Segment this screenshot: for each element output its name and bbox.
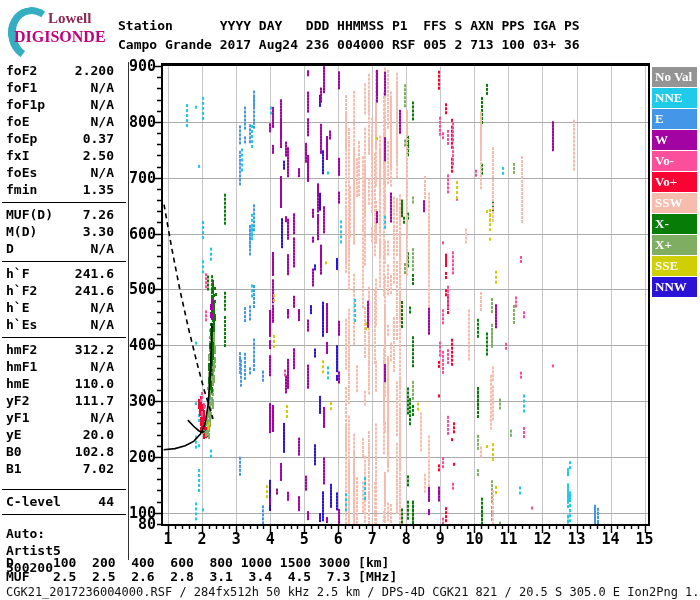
param-row-foep: foEp0.37 (2, 130, 126, 147)
legend-item-noval: No Val (652, 67, 697, 87)
x-tick-label-10: 10 (460, 531, 488, 547)
header-measurement-table: StationCampo GrandeYYYY2017DAYAug24DDD23… (118, 16, 587, 54)
header-col-day: DAYAug24 (259, 16, 298, 54)
header-col-p1: P1RSF (392, 16, 415, 54)
x-tick-label-4: 4 (256, 531, 284, 547)
param-row-yf2: yF2111.7 (2, 392, 126, 409)
param-row-fxi: fxI2.50 (2, 147, 126, 164)
logo-lowell-text: Lowell (48, 10, 91, 27)
param-divider (2, 337, 126, 338)
x-tick-label-6: 6 (324, 531, 352, 547)
y-tick-label-700: 700 (118, 170, 156, 186)
x-tick-label-14: 14 (597, 531, 625, 547)
bottom-row-d: D100200400600800100015003000[km] (6, 556, 397, 570)
legend-item-vo: Vo+ (652, 172, 697, 192)
lowell-digisonde-logo: Lowell DIGISONDE (6, 6, 116, 48)
x-tick-label-3: 3 (222, 531, 250, 547)
x-tick-label-7: 7 (358, 531, 386, 547)
param-footer-line: Auto: (2, 525, 126, 542)
param-divider (2, 261, 126, 262)
header-col-ffs: FFS005 (423, 16, 446, 54)
legend-item-w: W (652, 130, 697, 150)
legend-item-vo: Vo- (652, 151, 697, 171)
legend-item-nnw: NNW (652, 277, 697, 297)
param-row-foe: foEN/A (2, 113, 126, 130)
param-row-clevel: C-level44 (2, 493, 126, 510)
y-tick-label-200: 200 (118, 449, 156, 465)
header-col-axn: AXN713 (470, 16, 493, 54)
y-tick-label-900: 900 (118, 58, 156, 74)
legend-item-sse: SSE (652, 256, 697, 276)
param-row-hes: h`EsN/A (2, 316, 126, 333)
header-col-ddd: DDD236 (306, 16, 329, 54)
param-row-fmin: fmin1.35 (2, 181, 126, 198)
param-row-foes: foEsN/A (2, 164, 126, 181)
parameter-panel: foF22.200foF1N/AfoF1pN/AfoEN/AfoEp0.37fx… (2, 62, 126, 576)
legend-item-x: X- (652, 214, 697, 234)
param-divider (2, 202, 126, 203)
x-tick-label-9: 9 (426, 531, 454, 547)
d-muf-table: D100200400600800100015003000[km]MUF2.52.… (6, 556, 397, 584)
param-divider (2, 489, 126, 490)
x-tick-label-11: 11 (494, 531, 522, 547)
ionogram-app: Lowell DIGISONDE StationCampo GrandeYYYY… (0, 0, 700, 600)
status-line: CGK21_2017236004000.RSF / 284fx512h 50 k… (6, 585, 700, 599)
param-row-md: M(D)3.30 (2, 223, 126, 240)
y-tick-label-80: 80 (118, 516, 156, 532)
legend-item-x: X+ (652, 235, 697, 255)
header-col-pps: PPS100 (501, 16, 524, 54)
header-col-station: StationCampo Grande (118, 16, 212, 54)
param-row-hf2: h`F2241.6 (2, 282, 126, 299)
x-tick-label-5: 5 (290, 531, 318, 547)
header-col-yyyy: YYYY2017 (220, 16, 251, 54)
y-tick-label-800: 800 (118, 114, 156, 130)
legend-item-nne: NNE (652, 88, 697, 108)
header-col-s: S2 (454, 16, 462, 54)
param-row-hf: h`F241.6 (2, 265, 126, 282)
legend-item-ssw: SSW (652, 193, 697, 213)
y-tick-label-500: 500 (118, 281, 156, 297)
param-row-fof1p: foF1pN/A (2, 96, 126, 113)
panel-plot-divider (128, 62, 129, 560)
param-row-hmf2: hmF2312.2 (2, 341, 126, 358)
param-row-hme: hmE110.0 (2, 375, 126, 392)
header-col-iga: IGA03+ (533, 16, 556, 54)
param-row-b1: B17.02 (2, 460, 126, 477)
logo-digisonde-text: DIGISONDE (14, 28, 106, 46)
header-col-hhmmss: HHMMSS004000 (337, 16, 384, 54)
param-row-d: DN/A (2, 240, 126, 257)
param-row-b0: B0102.8 (2, 443, 126, 460)
echo-direction-legend: No ValNNEEWVo-Vo+SSWX-X+SSENNW (652, 67, 698, 298)
y-tick-label-600: 600 (118, 226, 156, 242)
x-tick-label-1: 1 (154, 531, 182, 547)
y-tick-label-300: 300 (118, 393, 156, 409)
x-tick-label-12: 12 (528, 531, 556, 547)
x-tick-label-13: 13 (563, 531, 591, 547)
param-row-fof2: foF22.200 (2, 62, 126, 79)
param-row-hmf1: hmF1N/A (2, 358, 126, 375)
x-tick-label-8: 8 (392, 531, 420, 547)
header-col-ps: PS36 (564, 16, 580, 54)
param-row-mufd: MUF(D)7.26 (2, 206, 126, 223)
legend-item-e: E (652, 109, 697, 129)
param-divider (2, 514, 126, 515)
bottom-row-muf: MUF2.52.52.62.83.13.44.57.3[MHz] (6, 570, 397, 584)
x-tick-label-2: 2 (188, 531, 216, 547)
param-row-yf1: yF1N/A (2, 409, 126, 426)
param-row-he: h`EN/A (2, 299, 126, 316)
y-tick-label-400: 400 (118, 337, 156, 353)
param-row-ye: yE20.0 (2, 426, 126, 443)
param-row-fof1: foF1N/A (2, 79, 126, 96)
x-tick-label-15: 15 (631, 531, 659, 547)
